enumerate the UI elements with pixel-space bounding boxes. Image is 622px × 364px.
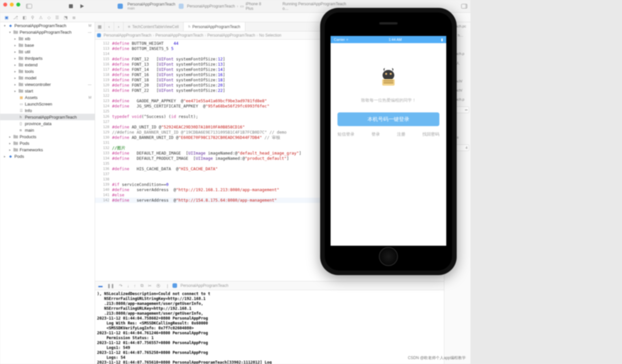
nav-item-assets[interactable]: ▦AssetsM [0,94,95,101]
disclosure-icon[interactable]: ▸ [13,43,17,47]
nav-item-main[interactable]: mmain [0,127,95,133]
run-button-icon[interactable] [80,4,84,8]
nav-item-personalappprogramteach[interactable]: hPersonalAppProgramTeach [0,114,95,120]
nav-item-tools[interactable]: ▸tools [0,68,95,74]
folder-icon [18,36,24,41]
tagline-label: 致敬每一位热爱编程的同学！ [361,97,416,103]
chevron-right-icon: › [205,33,206,38]
watermark-label: CSDN @欧老师个人app编程教学 [408,355,466,361]
nav-item-model[interactable]: ▸model [0,74,95,81]
login-link-短信登录[interactable]: 短信登录 [337,131,354,137]
navigator-tab-test-icon[interactable]: ◇ [47,15,51,20]
process-app-icon [172,283,177,288]
chevron-right-icon: › [153,33,154,38]
step-over-icon[interactable]: ↷ [119,283,123,288]
disclosure-icon[interactable]: ▾ [3,24,7,27]
nav-item-base[interactable]: ▸base [0,42,95,48]
disclosure-icon[interactable]: ▸ [13,83,17,86]
toggle-inspector-icon[interactable] [461,4,467,8]
back-icon[interactable]: ‹ [105,22,114,31]
related-items-icon[interactable]: ▦ [95,22,105,31]
close-window-icon[interactable] [3,3,7,7]
nav-item-label: xib [25,36,92,41]
battery-icon: ▮ [441,38,443,42]
simulator-screen[interactable]: Carrier ᯤ 1:44 AM ▮ 致敬每一位热爱编程的同学！ 本机号码一键… [331,36,446,246]
memory-graph-icon[interactable]: ✂ [148,283,152,288]
step-into-icon[interactable]: ↓ [127,283,129,288]
nav-item-start[interactable]: ▸start [0,88,95,94]
location-icon[interactable]: ⦿ [156,283,160,288]
nav-item-frameworks[interactable]: ▸Frameworks [0,146,95,153]
nav-item-pods[interactable]: ▸◆Pods [0,153,95,159]
stop-button-icon[interactable] [69,4,73,8]
nav-item-label: Frameworks [20,147,92,152]
one-click-login-button[interactable]: 本机号码一键登录 [337,112,439,126]
forward-icon[interactable]: › [114,22,123,31]
navigator-tab-folder-icon[interactable]: ▣ [5,15,8,20]
jumpbar-segment[interactable]: PersonalAppProgramTeach [104,33,152,38]
nav-item-products[interactable]: ▸Products [0,133,95,140]
home-button-icon[interactable] [379,247,398,266]
folder-icon [18,75,24,80]
disclosure-icon[interactable]: ▸ [13,57,17,60]
login-link-注册[interactable]: 注册 [397,131,405,137]
nav-item-province_data[interactable]: {}province_data [0,120,95,127]
nav-item-xib[interactable]: ▸xib [0,35,95,42]
project-navigator[interactable]: ▾◆PersonalAppProgramTeachM▾PersonalAppPr… [0,22,95,364]
disclosure-icon[interactable]: ▸ [13,70,17,73]
disclosure-icon[interactable]: ▸ [13,76,17,80]
login-link-登录[interactable]: 登录 [371,131,380,137]
clock-label: 1:44 AM [389,38,402,41]
disclosure-icon[interactable]: ▸ [13,50,17,54]
navigator-tab-symbol-icon[interactable]: ◧ [23,15,26,20]
jumpbar-segment[interactable]: PersonalAppProgramTeach [156,33,204,38]
nav-item-pods[interactable]: ▸Pods [0,140,95,146]
navigator-tab-find-icon[interactable]: ⚲ [31,15,34,20]
scheme-selector[interactable]: PersonalAppProgramTeach › ▭ iPhone 8 Plu… [179,2,270,11]
svg-point-8 [390,73,392,75]
disclosure-icon[interactable]: ▾ [8,30,12,34]
pause-icon[interactable]: ❚❚ [107,283,114,288]
nav-item-personalappprogramteach[interactable]: ▾◆PersonalAppProgramTeachM [0,22,95,29]
editor-tab-techcontenttableviewcell[interactable]: mTechContentTableViewCell [123,22,184,31]
debug-process-label[interactable]: PersonalAppProgramTeach [172,283,228,288]
scheme-app-icon [118,4,123,9]
jumpbar-segment[interactable]: No Selection [259,33,281,38]
disclosure-icon[interactable]: ▸ [8,148,12,152]
nav-item-personalappprogramteach[interactable]: ▾PersonalAppProgramTeach— [0,29,95,35]
navigator-tab-debug-icon[interactable]: ☰ [55,15,59,20]
m-icon: m [18,127,24,133]
disclosure-icon[interactable]: ▸ [13,63,17,67]
nav-item-util[interactable]: ▸util [0,48,95,55]
view-debug-icon[interactable]: ⧉ [140,283,143,288]
minimize-window-icon[interactable] [10,3,14,7]
nav-item-extend[interactable]: ▸extend [0,61,95,68]
login-link-找回密码[interactable]: 找回密码 [422,131,439,137]
disclosure-icon[interactable]: ▸ [3,155,7,158]
navigator-tab-vcs-icon[interactable]: ⎇ [13,15,18,20]
navigator-tab-breakpoint-icon[interactable]: ⬔ [64,15,68,20]
jumpbar-segment[interactable]: PersonalAppProgramTeach [207,33,255,38]
nav-item-launchscreen[interactable]: ▭LaunchScreen [0,101,95,107]
scheme-project-label[interactable]: PersonalAppProgramTeach main [127,2,175,10]
window-traffic-lights [3,3,20,7]
toggle-debug-area-icon[interactable]: ▬ [98,283,103,288]
step-out-icon[interactable]: ↑ [134,283,136,288]
toggle-navigator-icon[interactable] [26,4,32,8]
nav-item-thirdparts[interactable]: ▸thirdparts [0,55,95,61]
disclosure-icon[interactable]: ▸ [8,135,12,139]
nav-item-label: Assets [25,95,89,100]
disclosure-icon[interactable]: ▸ [13,37,17,41]
editor-tab-personalappprogramteach[interactable]: hPersonalAppProgramTeach [184,22,245,31]
zoom-window-icon[interactable] [16,3,20,7]
navigator-tab-log-icon[interactable]: ≣ [72,15,76,20]
navigator-tab-issue-icon[interactable]: ⚠ [39,15,43,20]
disclosure-icon[interactable]: ▸ [13,89,17,93]
svg-point-6 [383,70,394,80]
nav-item-label: Pods [14,154,92,159]
disclosure-icon[interactable]: ▸ [8,141,12,145]
nav-item-info[interactable]: ☰Info [0,107,95,114]
vcs-badge: M [89,24,91,27]
debug-console[interactable]: ), NSLocalizedDescription=Could not conn… [95,290,444,364]
nav-item-viewcontroller[interactable]: ▸viewcontroller— [0,81,95,88]
